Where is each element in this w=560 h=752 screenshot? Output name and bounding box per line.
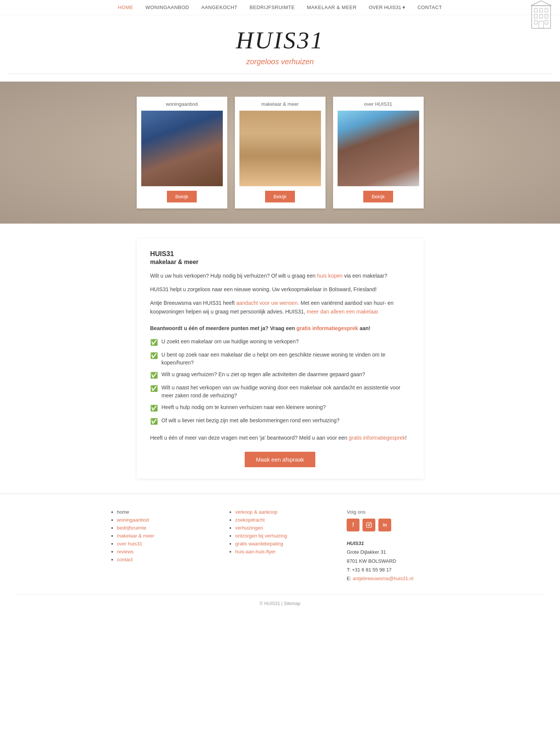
cta-text: Heeft u één of meer van deze vragen met … <box>150 434 410 443</box>
footer-link-overhuis31: over huis31 <box>117 541 213 547</box>
svg-point-12 <box>368 524 370 526</box>
svg-rect-6 <box>540 14 543 18</box>
cta-btn-wrap: Maak een afspraak <box>150 452 410 467</box>
check-item-2: ✅U bent op zoek naar een makelaar die u … <box>150 351 410 367</box>
check-icon-1: ✅ <box>150 338 158 347</box>
svg-rect-4 <box>545 8 548 12</box>
nav-aangekocht[interactable]: AANGEKOCHT <box>201 5 238 10</box>
card-woningaanbod-title: woningaanbod <box>141 101 223 107</box>
volg-ons-label: Volg ons <box>347 509 450 515</box>
footer-col1: home woningaanbod bedrijfsruimte makelaa… <box>110 509 213 583</box>
footer: home woningaanbod bedrijfsruimte makelaa… <box>0 494 560 614</box>
address-block: HUIS31 Grote Dijlakker 31 8701 KW BOLSWA… <box>347 539 450 583</box>
facebook-icon[interactable]: f <box>347 519 359 531</box>
svg-marker-1 <box>531 1 551 6</box>
site-header: HUIS31 zorgeloos verhuizen <box>0 15 560 82</box>
footer-phone: T: +31 6 81 55 98 17 <box>347 565 450 574</box>
svg-rect-3 <box>540 8 543 12</box>
linkedin-icon[interactable]: in <box>378 519 391 531</box>
check-icon-5: ✅ <box>150 404 158 413</box>
footer-link-contact: contact <box>117 557 213 562</box>
svg-rect-5 <box>534 14 537 18</box>
card-overhuis31-btn[interactable]: Bekijk <box>363 191 393 202</box>
nav-bedrijfsruimte[interactable]: BEDRIJFSRUIMTE <box>250 5 295 10</box>
link-gratis-gesprek-1[interactable]: gratis informatiegesprek <box>296 325 358 331</box>
check-item-6: ✅Of wilt u liever niet bezig zijn met al… <box>150 417 410 426</box>
card-makelaar-image <box>239 111 321 186</box>
main-para2: HUIS31 helpt u zorgeloos naar een nieuwe… <box>150 285 410 294</box>
check-icon-3: ✅ <box>150 371 158 380</box>
main-card: HUIS31 makelaar & meer Wilt u uw huis ve… <box>137 239 424 479</box>
svg-rect-10 <box>539 21 543 28</box>
nav-overhuis31-dropdown[interactable]: OVER HUIS31 ▾ <box>369 5 405 10</box>
check-icon-6: ✅ <box>150 417 158 426</box>
cta-button[interactable]: Maak een afspraak <box>245 452 316 467</box>
card-woningaanbod: woningaanbod Bekijk <box>137 97 227 208</box>
footer-link-flyer: huis-aan-huis-flyer <box>235 549 332 554</box>
footer-link-verkoop: verkoop & aankoop <box>235 509 332 515</box>
svg-rect-7 <box>545 14 548 18</box>
main-para1: Wilt u uw huis verkopen? Hulp nodig bij … <box>150 272 410 281</box>
footer-link-verhuizingen: verhuizingen <box>235 525 332 531</box>
footer-city: 8701 KW BOLSWARD <box>347 557 450 565</box>
social-icons: f in <box>347 519 450 531</box>
card-overhuis31-image <box>338 111 419 186</box>
footer-street: Grote Dijlakker 31 <box>347 548 450 556</box>
card-makelaar-btn[interactable]: Bekijk <box>265 191 295 202</box>
main-highlight: Beantwoordt u één of meerdere punten met… <box>150 324 410 333</box>
svg-rect-2 <box>534 8 537 12</box>
card-row: woningaanbod Bekijk makelaar & meer Beki… <box>129 97 431 208</box>
card-makelaar-title: makelaar & meer <box>239 101 321 107</box>
card-overhuis31: over HUIS31 Bekijk <box>333 97 424 208</box>
building-icon <box>530 0 552 30</box>
footer-inner: home woningaanbod bedrijfsruimte makelaa… <box>110 509 450 583</box>
svg-rect-8 <box>534 20 537 24</box>
svg-rect-9 <box>545 20 548 24</box>
card-overhuis31-title: over HUIS31 <box>338 101 419 107</box>
link-gratis-gesprek-2[interactable]: gratis informatiegesprek <box>349 435 405 441</box>
card-woningaanbod-image <box>141 111 223 186</box>
main-heading2: makelaar & meer <box>150 259 410 266</box>
checklist: ✅U zoekt een makelaar om uw huidige woni… <box>150 338 410 426</box>
main-nav: HOME WONINGAANBOD AANGEKOCHT BEDRIJFSRUI… <box>0 0 560 15</box>
check-item-3: ✅Wilt u graag verhuizen? En u ziet op te… <box>150 371 410 380</box>
footer-link-home: home <box>117 509 213 515</box>
footer-link-reviews: reviews <box>117 549 213 554</box>
nav-woningaanbod[interactable]: WONINGAANBOD <box>145 5 189 10</box>
card-woningaanbod-btn[interactable]: Bekijk <box>167 191 197 202</box>
link-meer-dan[interactable]: meer dan alleen een makelaar. <box>307 309 379 315</box>
footer-link-ontzorgen: ontzorgen bij verhuizing <box>235 533 332 539</box>
footer-email-link[interactable]: antjebreeuwsma@huis31.nl <box>353 576 413 581</box>
footer-col2-list: verkoop & aankoop zoekopdracht verhuizin… <box>228 509 332 554</box>
footer-bottom: © HUIS31 | Sitemap <box>15 594 545 606</box>
footer-link-makelaar: makelaar & meer <box>117 533 213 539</box>
site-title: HUIS31 <box>8 26 552 54</box>
check-item-4: ✅Wilt u naast het verkopen van uw huidig… <box>150 384 410 400</box>
nav-contact[interactable]: CONTACT <box>417 5 442 10</box>
link-huis-kopen[interactable]: huis kopen <box>317 273 343 279</box>
main-heading1: HUIS31 <box>150 250 410 258</box>
svg-point-13 <box>370 523 371 524</box>
link-aandacht[interactable]: aandacht voor uw wensen. <box>236 300 299 306</box>
footer-company-name: HUIS31 <box>347 539 450 548</box>
main-para3: Antje Breeuwsma van HUIS31 heeft aandach… <box>150 299 410 317</box>
main-section: HUIS31 makelaar & meer Wilt u uw huis ve… <box>129 224 431 494</box>
hero-section: woningaanbod Bekijk makelaar & meer Beki… <box>0 82 560 224</box>
footer-email: E: antjebreeuwsma@huis31.nl <box>347 574 450 583</box>
site-subtitle: zorgeloos verhuizen <box>8 57 552 66</box>
check-icon-2: ✅ <box>150 351 158 360</box>
footer-link-waardebepaling: gratis waardebepaling <box>235 541 332 547</box>
chevron-down-icon: ▾ <box>403 5 405 10</box>
nav-makelaar[interactable]: MAKELAAR & MEER <box>307 5 357 10</box>
nav-home[interactable]: HOME <box>118 5 133 10</box>
header-divider <box>8 74 552 74</box>
footer-col2: verkoop & aankoop zoekopdracht verhuizin… <box>228 509 332 583</box>
card-makelaar: makelaar & meer Bekijk <box>235 97 326 208</box>
instagram-icon[interactable] <box>363 519 375 531</box>
footer-link-bedrijfsruimte: bedrijfsruimte <box>117 525 213 531</box>
footer-col3: Volg ons f in HUIS31 Grote Dijlakker 31 … <box>347 509 450 583</box>
svg-rect-11 <box>366 522 371 527</box>
check-item-5: ✅Heeft u hulp nodig om te kunnen verhuiz… <box>150 403 410 413</box>
footer-col1-list: home woningaanbod bedrijfsruimte makelaa… <box>110 509 213 562</box>
footer-link-woningaanbod: woningaanbod <box>117 517 213 523</box>
